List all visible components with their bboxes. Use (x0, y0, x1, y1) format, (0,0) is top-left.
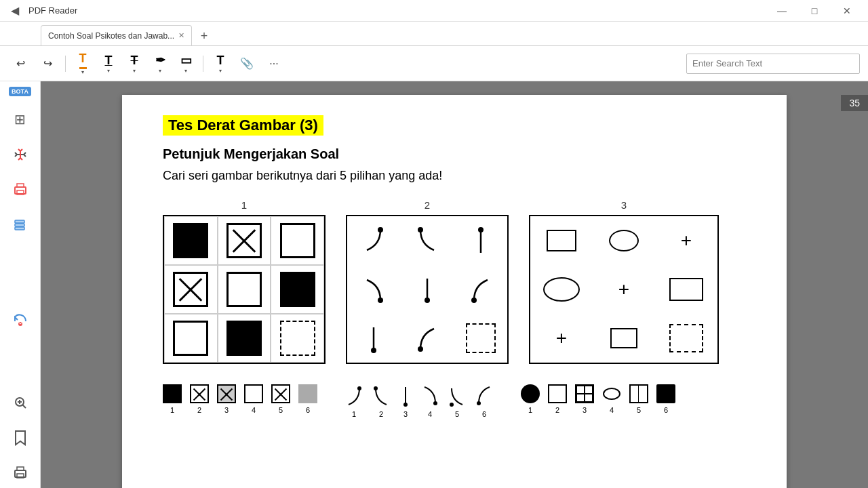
p3-c8 (593, 314, 655, 363)
ans-1-1: 1 (163, 384, 182, 414)
ans-1-3: 3 (217, 384, 236, 414)
rect-small-cursor (610, 328, 637, 348)
circle-1 (609, 230, 639, 251)
search-input[interactable] (692, 58, 854, 68)
svg-point-23 (371, 348, 376, 353)
ans2-label-3: 3 (403, 410, 408, 418)
ans3-label-4: 4 (610, 406, 614, 414)
svg-rect-5 (15, 227, 24, 230)
tab-add-button[interactable]: + (195, 26, 214, 45)
text-underline-dropdown: ▾ (107, 68, 110, 74)
cell-1-5 (218, 265, 271, 314)
svg-point-28 (403, 403, 408, 407)
text-annotation-button[interactable]: T ▾ (209, 49, 232, 79)
section-title: Tes Derat Gambar (3) (163, 115, 323, 136)
svg-point-15 (418, 227, 423, 232)
text-annotation-dropdown: ▾ (219, 68, 222, 74)
ans-x-1 (190, 384, 209, 403)
search-box[interactable] (686, 54, 860, 74)
hook-svg-5 (419, 274, 435, 304)
sidebar-item-zoom[interactable] (5, 388, 35, 418)
signature-button[interactable]: ✒ ▾ (149, 49, 172, 79)
p2-c9 (454, 314, 507, 363)
undo-button[interactable]: ↩ (8, 52, 33, 76)
sidebar-item-grid[interactable]: ⊞ (5, 104, 35, 134)
answer-shapes-3: 1 2 3 (521, 384, 675, 414)
tab-close-button[interactable]: ✕ (178, 31, 184, 40)
zoom-icon (12, 394, 28, 411)
empty-square-2 (226, 272, 262, 307)
undo2-icon (12, 312, 28, 328)
p3-c9 (655, 314, 717, 363)
puzzle-3: 3 + + + (529, 199, 719, 364)
maximize-button[interactable]: □ (799, 0, 830, 22)
attachment-icon: 📎 (240, 57, 254, 70)
attachment-button[interactable]: 📎 (235, 52, 259, 76)
svg-point-24 (418, 346, 423, 352)
more-button[interactable]: ··· (262, 52, 286, 76)
tab-current-doc[interactable]: Contoh Soal Psikotes dan Jawab... ✕ (41, 25, 192, 45)
answer-shapes-1: 1 2 3 4 (163, 384, 317, 414)
separator-2 (203, 56, 203, 72)
ans2-label-2: 2 (379, 410, 383, 418)
ans2-label-5: 5 (455, 410, 459, 418)
text-highlight-button[interactable]: T ▾ (71, 49, 94, 79)
ans3-label-3: 3 (583, 406, 587, 414)
text-underline-button[interactable]: T ▾ (97, 49, 120, 79)
svg-point-25 (357, 386, 361, 390)
ans-1-6: 6 (298, 384, 317, 414)
ans3-label-5: 5 (637, 406, 641, 414)
x-box-2 (173, 272, 208, 307)
close-button[interactable]: ✕ (831, 0, 863, 22)
sidebar-item-bookmark[interactable] (5, 423, 35, 453)
ans-2-4: 4 (420, 384, 439, 418)
sidebar-item-undo2[interactable] (5, 305, 35, 335)
answers-section: 1 2 3 4 (163, 384, 746, 418)
sidebar-item-layers[interactable] (5, 210, 35, 240)
pdf-page: Tes Derat Gambar (3) Petunjuk Mengerjaka… (122, 95, 787, 488)
cell-1-3 (271, 216, 324, 265)
back-button[interactable]: ◀ (5, 1, 24, 20)
plus-1: + (681, 231, 692, 250)
ans-label-2: 2 (197, 406, 201, 414)
p2-c7 (347, 314, 401, 363)
rect-wide-1 (669, 278, 703, 301)
sidebar-item-arrows[interactable] (5, 140, 35, 169)
ans3-label-2: 2 (555, 406, 559, 414)
ans-3-1: 1 (521, 384, 540, 414)
ans-label-5: 5 (279, 406, 283, 414)
black-square (173, 223, 208, 258)
hook-svg-6 (469, 274, 493, 304)
stamp-button[interactable]: ▭ ▾ (174, 49, 197, 79)
svg-point-21 (471, 298, 477, 303)
svg-point-29 (433, 401, 437, 405)
minimize-button[interactable]: — (766, 0, 797, 22)
answer-set-1: 1 2 3 4 (163, 384, 317, 418)
answer-shapes-2: 1 2 3 4 (344, 384, 494, 418)
stamp-icon: ▭ (180, 53, 192, 68)
content-area[interactable]: 35 Tes Derat Gambar (3) Petunjuk Mengerj… (41, 81, 868, 488)
hook-svg-7 (366, 323, 382, 353)
ans-2-3: 3 (399, 384, 412, 418)
hook2-1 (344, 384, 363, 407)
hook2-4 (420, 384, 439, 407)
text-strikethrough-button[interactable]: T ▾ (123, 49, 146, 79)
p3-c4 (530, 265, 593, 314)
cell-1-1 (164, 216, 218, 265)
ans-label-3: 3 (224, 406, 229, 414)
puzzle-3-number: 3 (621, 199, 627, 211)
p2-c1 (347, 216, 401, 265)
p2-c8 (401, 314, 454, 363)
cell-1-4 (164, 265, 218, 314)
svg-line-8 (22, 405, 26, 409)
svg-point-32 (604, 388, 620, 399)
tab-add-icon: + (201, 29, 208, 43)
sidebar-item-printer[interactable] (5, 175, 35, 205)
hook-svg-1 (361, 226, 386, 256)
ans-gray-1 (298, 384, 317, 403)
svg-point-30 (450, 403, 454, 407)
text-strike-icon: T (131, 54, 138, 68)
cell-1-8 (218, 314, 271, 363)
redo-button[interactable]: ↪ (35, 52, 60, 76)
sidebar-item-print2[interactable] (5, 458, 35, 488)
